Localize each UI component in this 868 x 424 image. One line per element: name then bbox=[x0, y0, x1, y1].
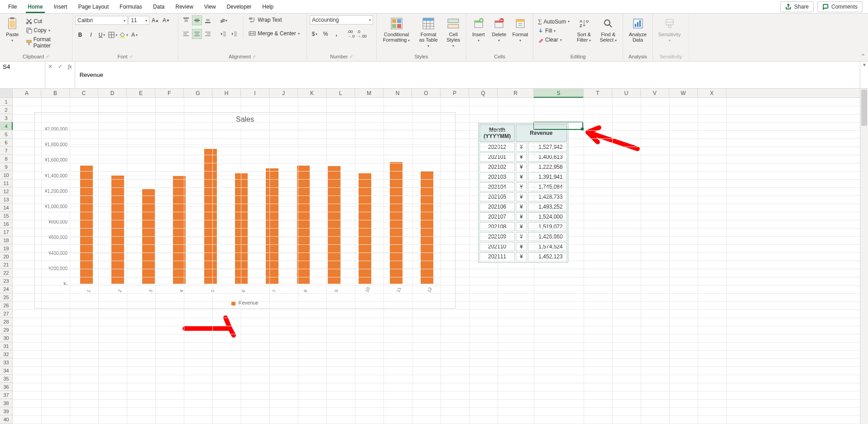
row-header-14[interactable]: 14 bbox=[0, 204, 12, 212]
alignment-launcher[interactable]: ⤢ bbox=[253, 54, 256, 59]
col-header-C[interactable]: C bbox=[70, 89, 98, 97]
col-header-D[interactable]: D bbox=[98, 89, 127, 97]
col-header-V[interactable]: V bbox=[641, 89, 669, 97]
comments-button[interactable]: Comments bbox=[817, 1, 863, 12]
row-header-32[interactable]: 32 bbox=[0, 350, 12, 358]
align-left-button[interactable] bbox=[181, 29, 191, 39]
row-header-10[interactable]: 10 bbox=[0, 171, 12, 179]
row-header-3[interactable]: 3 bbox=[0, 114, 12, 122]
row-header-24[interactable]: 24 bbox=[0, 285, 12, 293]
row-header-30[interactable]: 30 bbox=[0, 334, 12, 342]
conditional-formatting-button[interactable]: Conditional Formatting ▾ bbox=[379, 15, 413, 44]
italic-button[interactable]: I bbox=[86, 30, 96, 40]
chart-bar-10[interactable] bbox=[359, 173, 371, 284]
formula-input[interactable] bbox=[75, 62, 860, 88]
row-header-1[interactable]: 1 bbox=[0, 98, 12, 106]
format-cells-button[interactable]: Format▾ bbox=[510, 15, 530, 44]
autosum-button[interactable]: ∑AutoSum ▾ bbox=[536, 17, 571, 26]
decrease-decimal-button[interactable]: .0→.00 bbox=[357, 29, 367, 39]
align-center-button[interactable] bbox=[192, 29, 202, 39]
row-header-35[interactable]: 35 bbox=[0, 375, 12, 383]
tab-insert[interactable]: Insert bbox=[48, 1, 73, 13]
row-header-21[interactable]: 21 bbox=[0, 261, 12, 269]
tab-page-layout[interactable]: Page Layout bbox=[73, 1, 114, 13]
row-header-33[interactable]: 33 bbox=[0, 358, 12, 367]
col-header-L[interactable]: L bbox=[326, 89, 355, 97]
col-header-R[interactable]: R bbox=[498, 89, 534, 97]
row-header-27[interactable]: 27 bbox=[0, 310, 12, 318]
name-box[interactable] bbox=[0, 62, 45, 88]
comma-button[interactable]: , bbox=[331, 29, 341, 39]
orientation-button[interactable]: ab▾ bbox=[218, 15, 228, 25]
col-header-U[interactable]: U bbox=[612, 89, 641, 97]
sales-chart[interactable]: Sales ¥-¥200,000¥400,000¥600,000¥800,000… bbox=[34, 112, 456, 309]
merge-center-button[interactable]: Merge & Center ▾ bbox=[247, 29, 302, 38]
col-header-A[interactable]: A bbox=[13, 89, 41, 97]
vertical-scrollbar[interactable] bbox=[860, 89, 868, 424]
paste-button[interactable]: Paste▾ bbox=[3, 15, 22, 44]
column-headers[interactable]: ABCDEFGHIJKLMNOPQRSTUVWX bbox=[0, 89, 860, 98]
insert-cells-button[interactable]: Insert▾ bbox=[469, 15, 488, 44]
tab-home[interactable]: Home bbox=[22, 1, 48, 13]
col-header-P[interactable]: P bbox=[441, 89, 469, 97]
analyze-data-button[interactable]: Analyze Data bbox=[626, 15, 650, 43]
decrease-font-button[interactable]: A▼ bbox=[161, 15, 171, 25]
decrease-indent-button[interactable] bbox=[218, 29, 228, 39]
table-header-month[interactable]: Month(YYYYMM) bbox=[480, 124, 515, 142]
wrap-text-button[interactable]: abWrap Text bbox=[247, 15, 302, 24]
cut-button[interactable]: Cut bbox=[24, 17, 69, 25]
row-header-23[interactable]: 23 bbox=[0, 277, 12, 285]
align-top-button[interactable] bbox=[181, 15, 191, 25]
col-header-B[interactable]: B bbox=[41, 89, 70, 97]
row-header-38[interactable]: 38 bbox=[0, 399, 12, 407]
chart-bar-2[interactable] bbox=[111, 176, 124, 284]
table-row[interactable]: 202104¥1,745,084 bbox=[480, 182, 567, 191]
chart-bar-5[interactable] bbox=[204, 149, 217, 284]
bold-button[interactable]: B bbox=[75, 30, 85, 40]
increase-decimal-button[interactable]: .00→.0 bbox=[346, 29, 356, 39]
borders-button[interactable]: ▾ bbox=[108, 30, 118, 40]
align-bottom-button[interactable] bbox=[203, 15, 213, 25]
col-header-O[interactable]: O bbox=[412, 89, 441, 97]
copy-button[interactable]: Copy ▾ bbox=[24, 26, 69, 34]
col-header-I[interactable]: I bbox=[241, 89, 269, 97]
row-header-4[interactable]: 4 bbox=[0, 122, 12, 130]
clipboard-launcher[interactable]: ⤢ bbox=[46, 54, 49, 59]
row-header-19[interactable]: 19 bbox=[0, 244, 12, 252]
row-header-12[interactable]: 12 bbox=[0, 187, 12, 195]
row-header-2[interactable]: 2 bbox=[0, 106, 12, 114]
row-header-28[interactable]: 28 bbox=[0, 318, 12, 326]
tab-data[interactable]: Data bbox=[148, 1, 170, 13]
tab-help[interactable]: Help bbox=[257, 1, 279, 13]
align-middle-button[interactable] bbox=[192, 15, 202, 25]
find-select-button[interactable]: Find & Select ▾ bbox=[596, 15, 620, 44]
row-header-11[interactable]: 11 bbox=[0, 179, 12, 187]
underline-button[interactable]: U▾ bbox=[97, 30, 107, 40]
sort-filter-button[interactable]: AZSort & Filter ▾ bbox=[573, 15, 595, 44]
cancel-formula-icon[interactable]: ✕ bbox=[48, 63, 53, 70]
table-row[interactable]: 202012¥1,527,942 bbox=[480, 143, 567, 152]
font-name-combo[interactable]: Calibri▾ bbox=[75, 16, 128, 25]
tab-review[interactable]: Review bbox=[170, 1, 198, 13]
row-header-6[interactable]: 6 bbox=[0, 138, 12, 147]
row-header-22[interactable]: 22 bbox=[0, 269, 12, 277]
row-header-31[interactable]: 31 bbox=[0, 342, 12, 350]
col-header-M[interactable]: M bbox=[355, 89, 384, 97]
enter-formula-icon[interactable]: ✓ bbox=[58, 63, 62, 70]
row-header-29[interactable]: 29 bbox=[0, 326, 12, 334]
col-header-H[interactable]: H bbox=[212, 89, 241, 97]
font-size-combo[interactable]: 11▾ bbox=[129, 16, 149, 25]
table-row[interactable]: 202103¥1,391,941 bbox=[480, 172, 567, 181]
fx-icon[interactable]: fx bbox=[68, 63, 72, 70]
collapse-ribbon-button[interactable]: ^ bbox=[862, 53, 864, 58]
align-right-button[interactable] bbox=[203, 29, 213, 39]
col-header-W[interactable]: W bbox=[669, 89, 698, 97]
row-header-7[interactable]: 7 bbox=[0, 147, 12, 155]
chart-bar-1[interactable] bbox=[80, 166, 93, 284]
font-color-button[interactable]: A▾ bbox=[129, 30, 139, 40]
row-header-5[interactable]: 5 bbox=[0, 130, 12, 138]
sensitivity-button[interactable]: Sensitivity▾ bbox=[656, 15, 684, 44]
row-header-17[interactable]: 17 bbox=[0, 228, 12, 236]
table-row[interactable]: 202111¥1,452,123 bbox=[480, 252, 567, 261]
cell-styles-button[interactable]: Cell Styles ▾ bbox=[443, 15, 463, 49]
